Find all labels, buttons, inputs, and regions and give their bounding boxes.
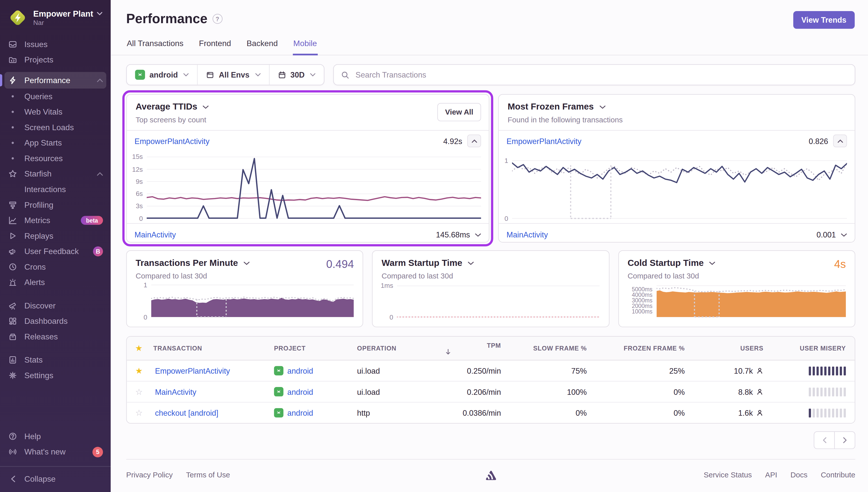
docs-link[interactable]: Docs xyxy=(790,471,808,479)
service-status-link[interactable]: Service Status xyxy=(704,471,752,479)
page-title: Performance ? xyxy=(126,11,222,27)
project-cell[interactable]: android xyxy=(274,387,353,396)
tab-frontend[interactable]: Frontend xyxy=(198,36,232,55)
sidebar-item-issues[interactable]: Issues xyxy=(0,36,111,52)
sidebar-item-interactions[interactable]: Interactions xyxy=(0,181,111,197)
transaction-link[interactable]: MainActivity xyxy=(155,387,196,396)
api-link[interactable]: API xyxy=(765,471,777,479)
col-tpm[interactable]: TPM xyxy=(443,342,503,355)
col-users[interactable]: USERS xyxy=(687,345,766,351)
tab-all-transactions[interactable]: All Transactions xyxy=(126,36,184,55)
sidebar-item-web-vitals[interactable]: Web Vitals xyxy=(0,104,111,120)
sidebar-collapse-button[interactable]: Collapse xyxy=(0,466,111,487)
project-filter[interactable]: android xyxy=(127,65,197,84)
performance-tabs: All Transactions Frontend Backend Mobile xyxy=(111,36,868,55)
sidebar-item-whats-new[interactable]: What's new 5 xyxy=(0,444,111,460)
slow-frame-cell: 0% xyxy=(503,409,589,417)
tpm-subtitle: Compared to last 30d xyxy=(136,272,354,280)
expand-row-button[interactable] xyxy=(841,233,847,237)
search-transactions-input[interactable] xyxy=(354,70,848,80)
privacy-policy-link[interactable]: Privacy Policy xyxy=(126,471,173,479)
col-operation[interactable]: OPERATION xyxy=(355,345,443,351)
chevron-down-icon xyxy=(97,11,103,15)
star-icon xyxy=(8,169,18,178)
col-slow-frame[interactable]: SLOW FRAME % xyxy=(503,345,589,351)
project-cell[interactable]: android xyxy=(274,366,353,375)
col-project[interactable]: PROJECT xyxy=(272,345,355,351)
tpm-cell: 0.250/min xyxy=(443,366,503,375)
sidebar-item-queries[interactable]: Queries xyxy=(0,89,111,104)
user-icon xyxy=(756,388,764,395)
cold-startup-title[interactable]: Cold Startup Time xyxy=(628,258,846,268)
y-axis-labels: 1ms0 xyxy=(382,284,397,318)
next-page-button[interactable] xyxy=(834,431,856,449)
col-transaction[interactable]: TRANSACTION xyxy=(151,345,272,351)
transaction-link[interactable]: MainActivity xyxy=(134,230,176,239)
sentry-logo-icon[interactable] xyxy=(485,470,497,482)
bullet-icon xyxy=(8,126,18,128)
sidebar-item-crons[interactable]: Crons xyxy=(0,259,111,275)
page-help-icon[interactable]: ? xyxy=(212,14,223,24)
star-toggle[interactable] xyxy=(127,408,151,418)
sidebar-item-discover[interactable]: Discover xyxy=(0,298,111,314)
avg-ttids-chart: 15s12s9s6s3s0 xyxy=(127,151,489,223)
transaction-link[interactable]: EmpowerPlantActivity xyxy=(507,137,582,145)
table-header-row: TRANSACTION PROJECT OPERATION TPM SLOW F… xyxy=(127,337,855,361)
sidebar-item-profiling[interactable]: Profiling xyxy=(0,197,111,213)
tab-mobile[interactable]: Mobile xyxy=(293,36,317,55)
sidebar-item-stats[interactable]: Stats xyxy=(0,352,111,368)
warm-startup-title[interactable]: Warm Startup Time xyxy=(382,258,600,268)
col-user-misery[interactable]: USER MISERY xyxy=(766,345,854,351)
sidebar-item-metrics[interactable]: Metrics beta xyxy=(0,213,111,228)
date-range-filter[interactable]: 30D xyxy=(269,65,324,84)
sidebar-item-replays[interactable]: Replays xyxy=(0,228,111,244)
star-toggle[interactable] xyxy=(127,366,151,376)
sidebar-item-app-starts[interactable]: App Starts xyxy=(0,135,111,151)
tab-backend[interactable]: Backend xyxy=(246,36,278,55)
tpm-panel: Transactions Per Minute Compared to last… xyxy=(126,250,363,327)
transaction-link[interactable]: EmpowerPlantActivity xyxy=(134,137,209,145)
col-frozen-frame[interactable]: FROZEN FRAME % xyxy=(589,345,687,351)
sidebar-item-dashboards[interactable]: Dashboards xyxy=(0,314,111,329)
terms-of-use-link[interactable]: Terms of Use xyxy=(186,471,230,479)
transaction-link[interactable]: MainActivity xyxy=(507,230,548,239)
frozen-frames-title[interactable]: Most Frozen Frames xyxy=(508,102,846,112)
user-misery-cell xyxy=(766,409,854,417)
expand-row-button[interactable] xyxy=(475,233,481,237)
view-all-button[interactable]: View All xyxy=(437,103,481,121)
transaction-link[interactable]: EmpowerPlantActivity xyxy=(155,366,230,375)
bullet-icon xyxy=(8,111,18,113)
tpm-title[interactable]: Transactions Per Minute xyxy=(136,258,354,268)
sidebar-item-resources[interactable]: Resources xyxy=(0,151,111,166)
project-cell[interactable]: android xyxy=(274,408,353,417)
frozen-frames-header: Most Frozen Frames Found in the followin… xyxy=(499,95,854,131)
sidebar-item-alerts[interactable]: Alerts xyxy=(0,275,111,290)
sidebar-item-starfish[interactable]: Starfish xyxy=(0,166,111,182)
avg-ttids-subtitle: Top screens by count xyxy=(136,116,480,124)
environment-filter[interactable]: All Envs xyxy=(197,65,269,84)
android-project-icon xyxy=(274,408,283,417)
contribute-link[interactable]: Contribute xyxy=(821,471,855,479)
ttids-value: 4.92s xyxy=(443,137,462,145)
avg-ttids-title[interactable]: Average TTIDs xyxy=(136,102,480,112)
star-toggle[interactable] xyxy=(127,387,151,397)
view-trends-button[interactable]: View Trends xyxy=(793,11,854,29)
tpm-value: 0.494 xyxy=(326,258,354,271)
sidebar-item-user-feedback[interactable]: User Feedback B xyxy=(0,244,111,259)
sidebar-item-performance[interactable]: Performance xyxy=(4,72,106,89)
transaction-link[interactable]: checkout [android] xyxy=(155,409,219,417)
tpm-cell: 0.206/min xyxy=(443,387,503,396)
sidebar-item-releases[interactable]: Releases xyxy=(0,329,111,344)
collapse-row-button[interactable] xyxy=(467,134,481,147)
previous-page-button[interactable] xyxy=(814,431,835,449)
replays-icon xyxy=(8,231,18,240)
sidebar-item-screen-loads[interactable]: Screen Loads xyxy=(0,120,111,135)
org-switcher[interactable]: Empower Plant Nar xyxy=(0,6,111,36)
collapse-row-button[interactable] xyxy=(833,134,847,147)
projects-icon xyxy=(8,55,18,64)
sidebar-item-projects[interactable]: Projects xyxy=(0,52,111,68)
chevron-down-icon xyxy=(709,261,715,265)
sidebar-item-help[interactable]: Help xyxy=(0,428,111,444)
sidebar-item-settings[interactable]: Settings xyxy=(0,368,111,383)
frozen-frame-cell: 0% xyxy=(589,387,687,396)
